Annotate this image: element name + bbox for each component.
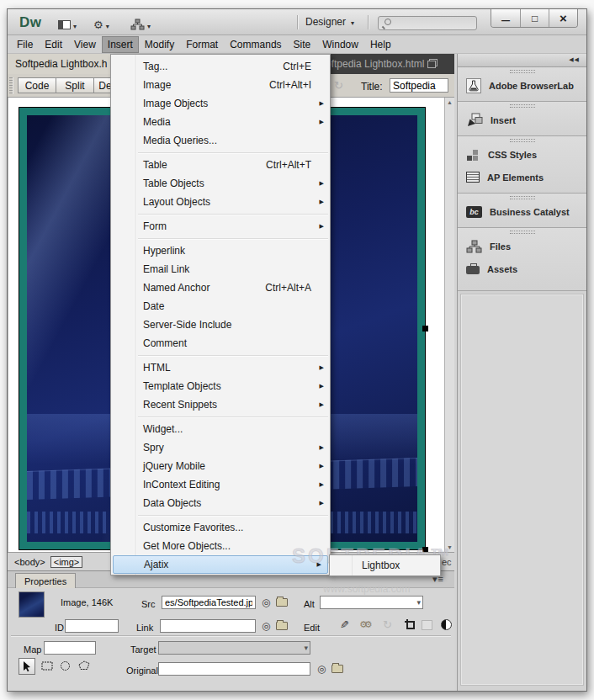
update-from-original-icon[interactable] — [383, 618, 392, 631]
close-button[interactable] — [549, 9, 577, 27]
polygon-hotspot-tool[interactable] — [78, 660, 90, 671]
toolbar-grip[interactable] — [9, 77, 13, 94]
document-tab[interactable]: Softpedia Lightbox.h — [8, 54, 115, 74]
menu-view[interactable]: View — [68, 36, 102, 53]
menu-item-form[interactable]: Form — [111, 217, 330, 236]
document-title-input[interactable] — [390, 78, 448, 93]
workspace-label: Designer — [305, 16, 346, 28]
menu-item-media-queries[interactable]: Media Queries... — [111, 131, 330, 150]
panel-assets[interactable]: Assets — [458, 257, 586, 280]
browse-folder-icon[interactable] — [331, 665, 343, 673]
panel-business-catalyst[interactable]: Business Catalyst — [458, 200, 586, 223]
tag-body[interactable]: <body> — [14, 557, 45, 567]
group-gripper[interactable] — [510, 70, 535, 73]
menu-item-comment[interactable]: Comment — [111, 334, 330, 353]
panel-css-styles[interactable]: CSS Styles — [458, 143, 586, 166]
menu-item-widget[interactable]: Widget... — [111, 420, 330, 438]
browse-folder-icon[interactable] — [276, 598, 288, 607]
submenu-arrow-icon — [320, 100, 324, 107]
collapse-to-icons-button[interactable] — [569, 56, 580, 63]
properties-tab[interactable]: Properties — [15, 573, 76, 588]
menu-item-html[interactable]: HTML — [111, 358, 330, 377]
menu-item-data-objects[interactable]: Data Objects — [111, 494, 330, 512]
menu-window[interactable]: Window — [316, 36, 364, 53]
oval-hotspot-tool[interactable] — [60, 660, 71, 671]
extend-button[interactable] — [93, 17, 109, 32]
menu-item-layout-objects[interactable]: Layout Objects — [111, 193, 330, 211]
menu-item-template-objects[interactable]: Template Objects — [111, 377, 330, 395]
resize-handle-right[interactable] — [422, 326, 428, 331]
site-menu-button[interactable] — [130, 17, 151, 32]
scroll-up-icon[interactable]: ▲ — [445, 99, 454, 105]
menu-modify[interactable]: Modify — [139, 36, 180, 53]
minimize-button[interactable] — [491, 9, 520, 27]
map-input[interactable] — [44, 641, 96, 655]
workspace-switcher[interactable]: Designer — [305, 16, 354, 28]
panel-insert[interactable]: Insert — [458, 109, 586, 131]
image-settings-icon[interactable] — [359, 619, 369, 630]
id-input[interactable] — [65, 619, 119, 633]
menu-site[interactable]: Site — [288, 36, 317, 53]
target-label: Target — [130, 644, 156, 655]
crop-icon[interactable] — [404, 619, 415, 630]
point-to-file-icon[interactable] — [262, 597, 270, 607]
link-input[interactable] — [160, 619, 256, 633]
edit-image-icon[interactable] — [340, 618, 349, 631]
menu-format[interactable]: Format — [180, 36, 224, 53]
menu-commands[interactable]: Commands — [224, 36, 287, 53]
vertical-scrollbar[interactable]: ▲ ▼ — [444, 98, 454, 552]
submenu-arrow-icon — [320, 180, 324, 187]
rectangle-icon — [41, 661, 53, 671]
layout-switcher-button[interactable] — [58, 17, 77, 32]
group-gripper[interactable] — [510, 139, 535, 142]
menu-item-tag[interactable]: Tag...Ctrl+E — [111, 57, 330, 76]
search-input[interactable] — [391, 19, 467, 29]
tag-img-selected[interactable]: <img> — [50, 556, 83, 568]
alt-dropdown[interactable] — [320, 596, 423, 609]
menu-item-incontext-editing[interactable]: InContext Editing — [111, 475, 330, 494]
maximize-button[interactable] — [520, 9, 549, 27]
point-to-file-icon[interactable] — [262, 621, 270, 631]
browse-folder-icon[interactable] — [276, 622, 288, 630]
menu-item-image-objects[interactable]: Image Objects — [111, 94, 330, 113]
image-thumbnail — [19, 591, 45, 618]
src-input[interactable] — [162, 596, 256, 609]
rectangle-hotspot-tool[interactable] — [41, 661, 53, 671]
group-gripper[interactable] — [510, 104, 535, 108]
menu-item-customize-favorites[interactable]: Customize Favorites... — [111, 518, 330, 537]
brightness-contrast-icon[interactable] — [441, 619, 452, 630]
menu-separator — [138, 416, 328, 417]
menu-item-jquery-mobile[interactable]: jQuery Mobile — [111, 457, 330, 475]
menu-help[interactable]: Help — [364, 36, 397, 53]
point-to-file-icon[interactable] — [317, 664, 326, 674]
refresh-icon[interactable] — [334, 79, 343, 92]
menu-item-date[interactable]: Date — [111, 297, 330, 316]
menu-item-media[interactable]: Media — [111, 113, 330, 131]
search-box[interactable] — [378, 16, 477, 30]
code-view-button[interactable]: Code — [18, 77, 56, 93]
menu-insert[interactable]: Insert — [102, 36, 139, 53]
split-view-button[interactable]: Split — [56, 77, 94, 93]
menu-item-email-link[interactable]: Email Link — [111, 260, 330, 278]
restore-window-icon[interactable] — [427, 59, 438, 68]
target-dropdown[interactable] — [158, 641, 310, 655]
menu-item-server-side-include[interactable]: Server-Side Include — [111, 316, 330, 334]
menu-item-named-anchor[interactable]: Named AnchorCtrl+Alt+A — [111, 278, 330, 297]
menu-file[interactable]: File — [11, 36, 39, 53]
menu-item-spry[interactable]: Spry — [111, 438, 330, 457]
panel-adobe-browserlab[interactable]: Adobe BrowserLab — [458, 74, 586, 97]
group-gripper[interactable] — [510, 196, 535, 199]
menu-item-image[interactable]: ImageCtrl+Alt+I — [111, 76, 330, 94]
group-gripper[interactable] — [510, 231, 535, 234]
panel-files[interactable]: Files — [458, 235, 586, 257]
menu-item-table-objects[interactable]: Table Objects — [111, 174, 330, 193]
menu-edit[interactable]: Edit — [39, 36, 68, 53]
menu-item-recent-snippets[interactable]: Recent Snippets — [111, 395, 330, 414]
menu-item-hyperlink[interactable]: Hyperlink — [111, 241, 330, 260]
menu-item-lightbox[interactable]: Lightbox — [330, 555, 440, 575]
panel-ap-elements[interactable]: AP Elements — [458, 166, 586, 188]
pointer-hotspot-tool[interactable] — [19, 658, 35, 675]
original-input[interactable] — [158, 662, 310, 676]
menu-item-table[interactable]: TableCtrl+Alt+T — [111, 156, 330, 174]
resample-icon[interactable] — [422, 620, 432, 630]
